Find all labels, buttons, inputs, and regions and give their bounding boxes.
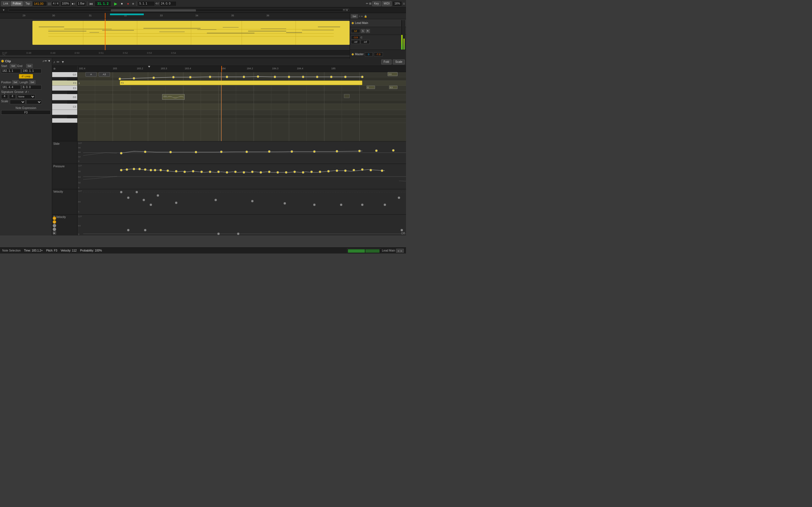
start-value[interactable]: 182. 1. 1 — [1, 69, 21, 73]
key-button[interactable]: Key — [372, 1, 381, 6]
length-value[interactable]: 8. 0. 0 — [22, 85, 42, 90]
pencil-icon[interactable]: ✏ — [45, 59, 47, 63]
end-value[interactable]: 190. 1. 1 — [22, 69, 42, 73]
vol-display-1[interactable]: -3.9 — [351, 36, 360, 40]
stop-button[interactable]: ■ — [119, 1, 124, 6]
time-signature[interactable]: 4 / 4 — [52, 1, 60, 6]
note-btn-a[interactable]: A — [86, 72, 97, 76]
key-cs3[interactable] — [52, 100, 67, 104]
svg-point-100 — [200, 171, 203, 173]
scale-select-1[interactable] — [10, 100, 26, 104]
key-c3[interactable]: C3 — [52, 104, 77, 110]
track-volume[interactable]: 12 — [351, 29, 360, 33]
pressure-content[interactable]: 127 96 64 32 0 — [78, 164, 406, 189]
arr-track-area[interactable]: 0:47 0:48 0:49 0:50 0:51 0:52 0:53 0:54 … — [0, 18, 406, 55]
notes-icon[interactable]: ♪ — [43, 59, 44, 63]
note-g3-ghost[interactable]: G3 — [388, 72, 398, 76]
midi-button[interactable]: MIDI — [382, 1, 392, 6]
note-f3-main[interactable]: F3 — [120, 80, 362, 85]
lane-icon-4[interactable]: - — [53, 228, 56, 231]
loop-button[interactable]: ↺ Loop — [19, 74, 33, 78]
set-button[interactable]: Set — [351, 14, 358, 18]
arrow-left-icon[interactable]: ⏮ — [89, 1, 93, 6]
pencil-icon-pr[interactable]: ✏ — [57, 60, 59, 64]
lane-icon-2[interactable]: ▲ — [53, 220, 56, 224]
key-bb2[interactable] — [52, 115, 67, 118]
sig-numerator[interactable]: 4 — [1, 94, 8, 99]
pr-timeline[interactable]: ⊕ 182.4 183 183.2 183.3 183.4 184 184.2 … — [52, 66, 406, 72]
lane-icon-1[interactable]: ▲ — [53, 217, 56, 220]
svg-rect-15 — [197, 29, 216, 30]
pr-loop-start-marker[interactable] — [148, 66, 150, 68]
key-eb3[interactable] — [52, 91, 67, 94]
note-e3-ghost-2[interactable]: E3 — [389, 86, 398, 89]
record-arm-button[interactable]: R — [366, 29, 370, 33]
chevron-icon[interactable]: ▼ — [48, 59, 51, 63]
start-set-button[interactable]: Set — [10, 64, 17, 68]
grid-icon[interactable]: ⊞ — [369, 2, 371, 5]
end-set-button[interactable]: Set — [26, 64, 33, 68]
follow-button[interactable]: Follow — [11, 1, 23, 6]
key-b2[interactable] — [52, 110, 77, 115]
length-set-button[interactable]: Set — [29, 80, 36, 84]
key-d3[interactable]: D3 — [52, 94, 77, 100]
link-button[interactable]: Link — [1, 1, 10, 6]
svg-point-76 — [169, 151, 172, 153]
add-button[interactable]: + — [132, 1, 134, 6]
position-set-button[interactable]: Set — [12, 80, 19, 84]
master-pan-display[interactable]: -7.0 — [374, 52, 383, 56]
note-grid[interactable]: F3 — [78, 72, 406, 141]
status-right: Lead Main ⊲ ⊳ — [347, 248, 404, 253]
key-fs3[interactable] — [52, 77, 67, 80]
scale-button[interactable]: Scale — [393, 59, 405, 64]
groove-select[interactable]: None — [17, 94, 35, 99]
arrangement-scrollbar-thumb[interactable] — [111, 9, 196, 11]
velocity-content[interactable]: 127 64 1 — [78, 189, 406, 214]
key-g3[interactable]: G3 — [52, 72, 77, 77]
arr-clip-yellow[interactable] — [33, 21, 350, 45]
status-meter-display — [347, 248, 381, 253]
key-a2[interactable] — [52, 118, 77, 123]
loop-region-bar[interactable] — [110, 13, 144, 15]
position-3[interactable]: 24. 0. 0 — [160, 1, 176, 6]
arrangement-scrubber[interactable]: ▼ H W — [0, 7, 406, 13]
slide-content[interactable]: 127 96 64 32 0 — [78, 142, 406, 164]
quantize-display[interactable]: 1 Bar — [77, 1, 86, 6]
slide-label-col: Slide — [52, 142, 78, 164]
vol-display-right[interactable]: -inf — [361, 40, 370, 44]
note-btn-a3[interactable]: A3 — [99, 72, 110, 76]
fold-button[interactable]: Fold — [381, 59, 392, 64]
lane-icon-3[interactable]: - — [53, 224, 56, 227]
svg-point-111 — [294, 171, 296, 173]
solo-button[interactable]: S — [361, 29, 365, 33]
zoom-level[interactable]: 100% — [60, 1, 70, 6]
arrangement-scrollbar-track[interactable] — [8, 9, 350, 11]
menu-icon[interactable]: ≡ — [403, 2, 405, 6]
tap-button[interactable]: Tap — [23, 1, 32, 6]
pencil-icon-top[interactable]: ✏ — [366, 2, 368, 5]
arr-time-0-53: 0:53 — [147, 52, 152, 54]
rvelocity-content[interactable]: 127 64 0 Off — [78, 215, 406, 235]
top-right-section: ✏ ⊞ Key MIDI 16% ≡ — [366, 1, 405, 6]
svg-point-91 — [139, 168, 141, 170]
master-vol-display[interactable]: 0 — [365, 52, 373, 56]
play-button[interactable]: ▶ — [113, 1, 118, 6]
sig-denominator[interactable]: 4 — [9, 94, 16, 99]
play-icon-small[interactable]: ▶ — [53, 231, 56, 235]
bpm-display[interactable]: 141.00 — [33, 1, 47, 6]
svg-point-86 — [392, 149, 395, 152]
note-d3-active[interactable]: -D3 — [162, 94, 185, 100]
scale-select-2[interactable] — [26, 100, 42, 104]
vol-display-left[interactable]: -inf — [351, 40, 360, 44]
position-value[interactable]: 181. 4. 4 — [1, 85, 21, 90]
position-2[interactable]: 5. 1. 1 — [138, 1, 155, 6]
key-e3[interactable]: E3 — [52, 86, 77, 91]
note-e3-ghost-1[interactable]: E — [366, 86, 375, 89]
position-display[interactable]: 31. 1. 2 — [95, 1, 111, 6]
note-d3-ghost[interactable] — [344, 94, 350, 98]
key-f3[interactable]: F3 — [52, 80, 77, 86]
chevron-pr-icon[interactable]: ▼ — [61, 60, 64, 64]
record-button[interactable]: ● — [125, 1, 131, 6]
svg-point-112 — [302, 171, 304, 173]
svg-point-106 — [251, 171, 253, 173]
